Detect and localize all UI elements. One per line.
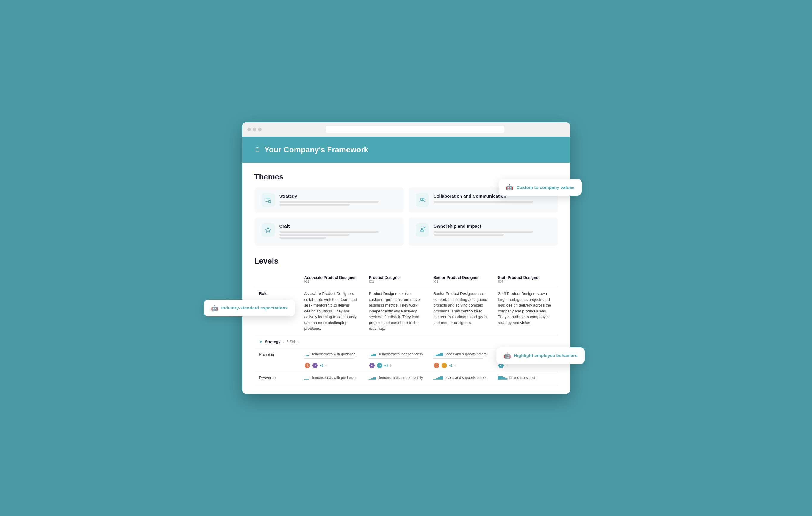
tooltip-industry-icon: 🤖 bbox=[211, 305, 219, 312]
theme-card-strategy: Strategy bbox=[254, 188, 404, 213]
skill-cell-research-ic2: ▁▃▅ Demonstrates independently bbox=[364, 372, 429, 384]
level-name-ic3: Senior Product Designer bbox=[433, 275, 488, 280]
skill-name-research: Research bbox=[254, 372, 300, 384]
skill-cell-planning-ic3: ▁▃▅▇ Leads and supports others E F +2 + bbox=[429, 348, 493, 372]
role-desc-ic4: Staff Product Designers own large, ambig… bbox=[493, 287, 558, 335]
skill-badge-planning-ic1: ▁▂ Demonstrates with guidance bbox=[304, 351, 359, 357]
avatar-count-ic1: +8 bbox=[320, 363, 323, 368]
skill-level-text-research-ic3: Leads and supports others bbox=[444, 375, 487, 380]
level-code-ic2: IC2 bbox=[369, 280, 424, 283]
avatar-add-ic1[interactable]: + bbox=[325, 363, 327, 368]
skill-cell-inner-3: ▁▃▅▇ Leads and supports others E F +2 + bbox=[433, 351, 488, 369]
tooltip-highlight-text: Highlight employee behaviors bbox=[514, 353, 577, 358]
theme-icon-collaboration bbox=[416, 194, 429, 206]
skill-cell-research-ic3: ▁▃▅▇ Leads and supports others bbox=[429, 372, 493, 384]
avatars-planning-ic3: E F +2 + bbox=[433, 362, 488, 369]
theme-card-craft: Craft bbox=[254, 218, 404, 246]
skill-row-research: Research ▁▂ Demonstrates with guidance bbox=[254, 372, 558, 384]
tooltip-industry-text: Industry-standard expectations bbox=[221, 305, 288, 310]
skill-badge-research-ic1: ▁▂ Demonstrates with guidance bbox=[304, 375, 359, 380]
levels-col-ic1: Associate Product Designer IC1 bbox=[299, 272, 364, 287]
theme-icon-strategy bbox=[262, 194, 274, 206]
avatars-planning-ic2: C D +3 + bbox=[369, 362, 424, 369]
avatar-count-ic2: +3 bbox=[384, 363, 388, 368]
strategy-subheader-cell: ▼ Strategy · 5 Skills bbox=[254, 335, 558, 348]
skill-level-text-planning-ic2: Demonstrates independently bbox=[377, 351, 423, 357]
avatar-5: E bbox=[433, 362, 440, 369]
level-name-ic4: Staff Product Designer bbox=[498, 275, 553, 280]
app-title: Your Company's Framework bbox=[264, 145, 369, 154]
theme-card-ownership: Ownership and Impact bbox=[409, 218, 558, 246]
svg-marker-3 bbox=[265, 227, 270, 232]
bar-high-icon-r: ▁▃▅▇ bbox=[433, 375, 443, 380]
skill-bar-planning-ic2 bbox=[369, 358, 418, 359]
level-code-ic1: IC1 bbox=[304, 280, 359, 283]
theme-name-strategy: Strategy bbox=[280, 194, 397, 199]
bar-low-icon: ▁▂ bbox=[304, 352, 309, 357]
theme-bar-craft-2 bbox=[280, 234, 350, 236]
theme-name-ownership: Ownership and Impact bbox=[434, 224, 551, 229]
skill-level-text-planning-ic1: Demonstrates with guidance bbox=[310, 351, 355, 357]
skill-level-text-planning-ic3: Leads and supports others bbox=[444, 351, 487, 357]
avatar-add-ic3[interactable]: + bbox=[454, 363, 457, 368]
avatar-2: B bbox=[312, 362, 318, 369]
theme-bar-2 bbox=[280, 204, 350, 206]
avatar-4: D bbox=[376, 362, 383, 369]
bar-full-icon-r: █▇▅▃ bbox=[498, 375, 507, 380]
bar-mid-icon-r: ▁▃▅ bbox=[369, 375, 376, 380]
browser-dots bbox=[247, 128, 262, 131]
level-name-ic1: Associate Product Designer bbox=[304, 275, 359, 280]
skill-badge-planning-ic2: ▁▃▅ Demonstrates independently bbox=[369, 351, 424, 357]
role-desc-ic3: Senior Product Designers are comfortable… bbox=[429, 287, 493, 335]
skill-cell-research-inner-1: ▁▂ Demonstrates with guidance bbox=[304, 375, 359, 380]
avatar-6: F bbox=[441, 362, 447, 369]
levels-header-row: Associate Product Designer IC1 Product D… bbox=[254, 272, 558, 287]
tooltip-highlight-icon: 🤖 bbox=[503, 352, 511, 359]
levels-section-title: Levels bbox=[254, 257, 558, 266]
theme-bar-1 bbox=[280, 201, 379, 203]
avatar-1: A bbox=[304, 362, 311, 369]
skill-badge-research-ic4: █▇▅▃ Drives innovation bbox=[498, 375, 553, 380]
level-name-ic2: Product Designer bbox=[369, 275, 424, 280]
skill-bar-planning-ic3 bbox=[433, 358, 483, 359]
skill-badge-research-ic2: ▁▃▅ Demonstrates independently bbox=[369, 375, 424, 380]
svg-rect-0 bbox=[268, 201, 270, 203]
theme-bar-own-2 bbox=[434, 234, 504, 236]
strategy-skill-count: · bbox=[283, 339, 284, 345]
levels-col-empty bbox=[254, 272, 300, 287]
skill-cell-research-inner-4: █▇▅▃ Drives innovation bbox=[498, 375, 553, 380]
browser-addressbar bbox=[326, 126, 504, 133]
skill-badge-planning-ic3: ▁▃▅▇ Leads and supports others bbox=[433, 351, 488, 357]
skill-cell-planning-ic2: ▁▃▅ Demonstrates independently C D +3 + bbox=[364, 348, 429, 372]
browser-chrome bbox=[242, 122, 570, 137]
avatars-planning-ic1: A B +8 + bbox=[304, 362, 359, 369]
level-code-ic3: IC3 bbox=[433, 280, 488, 283]
svg-point-2 bbox=[422, 199, 424, 200]
skill-level-text-research-ic4: Drives innovation bbox=[509, 375, 536, 380]
strategy-chevron-icon[interactable]: ▼ bbox=[259, 339, 263, 345]
theme-icon-ownership bbox=[416, 224, 429, 236]
skill-cell-inner-2: ▁▃▅ Demonstrates independently C D +3 + bbox=[369, 351, 424, 369]
browser-dot-2 bbox=[253, 128, 256, 131]
strategy-skill-count-text: 5 Skills bbox=[286, 339, 298, 345]
role-desc-ic2: Product Designers solve customer problem… bbox=[364, 287, 429, 335]
avatar-3: C bbox=[369, 362, 375, 369]
skill-cell-planning-ic1: ▁▂ Demonstrates with guidance A B +8 + bbox=[299, 348, 364, 372]
browser-dot-3 bbox=[258, 128, 262, 131]
skill-cell-research-inner-2: ▁▃▅ Demonstrates independently bbox=[369, 375, 424, 380]
bar-low-icon-r: ▁▂ bbox=[304, 375, 309, 380]
skill-cell-research-inner-3: ▁▃▅▇ Leads and supports others bbox=[433, 375, 488, 380]
svg-point-4 bbox=[421, 228, 423, 230]
theme-content-ownership: Ownership and Impact bbox=[434, 224, 551, 237]
theme-icon-craft bbox=[262, 224, 274, 236]
skill-name-planning: Planning bbox=[254, 348, 300, 372]
tooltip-industry-standard: 🤖 Industry-standard expectations bbox=[204, 300, 295, 316]
tooltip-custom-values-icon: 🤖 bbox=[506, 183, 513, 191]
svg-point-1 bbox=[420, 199, 422, 200]
role-desc-ic1: Associate Product Designers collaborate … bbox=[299, 287, 364, 335]
skill-badge-research-ic3: ▁▃▅▇ Leads and supports others bbox=[433, 375, 488, 380]
levels-col-ic3: Senior Product Designer IC3 bbox=[429, 272, 493, 287]
bar-mid-icon: ▁▃▅ bbox=[369, 352, 376, 357]
skill-level-text-research-ic1: Demonstrates with guidance bbox=[310, 375, 355, 380]
avatar-add-ic2[interactable]: + bbox=[389, 363, 392, 368]
